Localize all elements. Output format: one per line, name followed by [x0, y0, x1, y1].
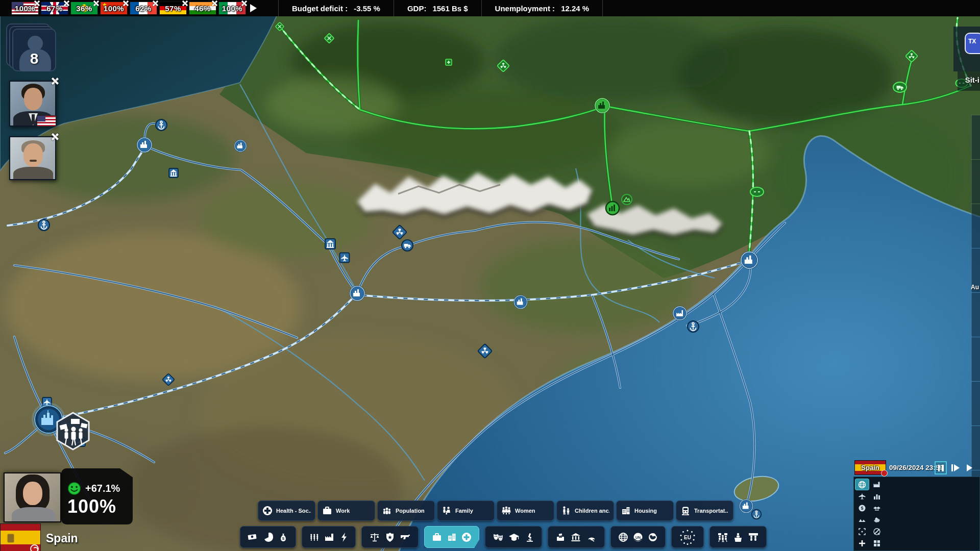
tab-label: Women	[515, 508, 535, 514]
unemployment-label: Unemployment :	[495, 4, 555, 13]
tab-housing[interactable]: Housing	[616, 500, 674, 521]
map-transport-node[interactable]	[402, 240, 413, 251]
map-city-node[interactable]	[235, 140, 246, 152]
world-map[interactable]	[0, 0, 980, 551]
group-social-selected[interactable]	[424, 526, 479, 548]
environment-globe-icon	[648, 532, 658, 542]
building-icon	[447, 532, 457, 542]
map-city-node[interactable]	[741, 252, 757, 268]
advisor-portrait-us[interactable]	[9, 81, 56, 127]
tab-label: Family	[455, 508, 473, 514]
play-speed-button[interactable]	[967, 461, 972, 474]
map-transport-node-green[interactable]	[893, 82, 906, 92]
government-bank-icon	[570, 532, 581, 542]
map-city-node[interactable]	[350, 286, 364, 300]
tab-transportation[interactable]: Transportat..	[676, 500, 733, 521]
popularity-panel: +67.1% 100%	[61, 468, 133, 524]
map-anchor-port[interactable]	[688, 321, 699, 332]
layer-globe-button[interactable]	[855, 479, 869, 490]
layer-diplomacy-button[interactable]	[870, 514, 884, 525]
group-justice-security[interactable]	[361, 526, 419, 548]
expand-flags-arrow-icon[interactable]	[250, 4, 257, 12]
tab-family[interactable]: Family	[437, 500, 495, 521]
map-anchor-port[interactable]	[38, 219, 50, 231]
map-stats-node-green[interactable]	[606, 202, 619, 215]
tab-children[interactable]: Children anc..	[556, 500, 614, 521]
map-monument[interactable]	[325, 239, 335, 249]
flag-brazil[interactable]: 36%	[70, 2, 98, 15]
layer-economy-button[interactable]: $	[855, 503, 869, 513]
tab-work[interactable]: Work	[317, 500, 375, 521]
close-icon[interactable]	[152, 0, 158, 6]
map-monument[interactable]	[169, 168, 178, 178]
add-button[interactable]	[855, 538, 869, 548]
layer-trade-button[interactable]	[870, 503, 884, 513]
flag-italy[interactable]: 100%	[218, 2, 246, 15]
country-button-spain[interactable]: Spain	[854, 460, 886, 475]
map-city-node[interactable]	[137, 138, 152, 152]
layer-transport-button[interactable]	[855, 491, 869, 502]
step-speed-button[interactable]	[951, 461, 960, 474]
graduation-cap-icon	[508, 532, 520, 542]
close-icon[interactable]	[241, 0, 247, 6]
flag-india[interactable]: 46%	[189, 2, 216, 15]
map-mountain-node-green[interactable]	[622, 194, 632, 205]
flag-france[interactable]: 62%	[130, 2, 157, 15]
layer-military-button[interactable]	[855, 514, 869, 525]
group-culture-research[interactable]	[485, 526, 542, 548]
player-portrait[interactable]	[4, 472, 61, 522]
grid-view-button[interactable]	[870, 538, 884, 548]
close-icon[interactable]	[93, 0, 99, 6]
map-anchor-port[interactable]	[752, 510, 762, 519]
close-icon[interactable]	[51, 133, 59, 140]
group-institutions-media[interactable]	[548, 526, 605, 548]
close-icon[interactable]	[122, 0, 129, 6]
portrait-mustache	[30, 160, 37, 162]
draw-tool-button[interactable]	[870, 526, 884, 537]
pending-cards-stack[interactable]: 8	[12, 29, 57, 72]
close-icon[interactable]	[182, 0, 188, 6]
gdp-label: GDP:	[407, 4, 427, 13]
chat-bubble-icon[interactable]: TX	[965, 33, 980, 54]
map-city-node[interactable]	[514, 295, 527, 308]
close-icon[interactable]	[34, 0, 40, 6]
frame-select-button[interactable]	[855, 526, 869, 537]
svg-text:$: $	[861, 506, 863, 511]
map-factory-node[interactable]	[673, 307, 687, 320]
globe-icon	[618, 532, 628, 542]
flag-usa[interactable]: 100%	[11, 2, 39, 15]
briefcase-icon	[322, 506, 332, 516]
flag-germany[interactable]: 57%	[159, 2, 187, 15]
map-city-node[interactable]	[740, 499, 752, 512]
notification-badge-icon[interactable]	[30, 544, 39, 551]
police-badge-icon	[385, 532, 395, 542]
economy-stats: Budget deficit : -3.55 % GDP: 1561 Bs $ …	[278, 0, 603, 16]
group-european-union[interactable]: EU	[671, 526, 704, 548]
portrait-face	[24, 88, 42, 110]
layer-statistics-button[interactable]	[870, 491, 884, 502]
group-foreign-affairs[interactable]: UN	[610, 526, 666, 548]
map-plus-green[interactable]	[446, 59, 452, 65]
close-icon[interactable]	[51, 77, 59, 85]
close-icon[interactable]	[63, 0, 69, 6]
building-icon	[621, 506, 631, 516]
tab-health-social[interactable]: Health - Soc..	[258, 500, 315, 521]
map-anchor-port[interactable]	[156, 119, 167, 131]
group-industry-energy[interactable]	[302, 526, 356, 548]
situation-label[interactable]: Sit-i	[965, 76, 979, 84]
group-social-movements[interactable]	[709, 526, 767, 548]
flag-uk[interactable]: 67%	[41, 2, 68, 15]
tab-label: Health - Soc..	[276, 508, 311, 514]
spain-flag[interactable]	[0, 523, 41, 551]
map-city-node-green[interactable]	[595, 98, 609, 113]
flag-china[interactable]: 100%	[100, 2, 128, 15]
pause-button[interactable]	[935, 461, 947, 474]
close-icon[interactable]	[211, 0, 217, 6]
tab-women[interactable]: Women	[497, 500, 554, 521]
advisor-portrait[interactable]	[9, 136, 56, 180]
map-rail-node-green[interactable]	[750, 187, 764, 196]
map-airport[interactable]	[340, 253, 350, 263]
tab-population[interactable]: Population	[377, 500, 435, 521]
group-economy-budget[interactable]: $	[240, 526, 296, 548]
layer-industry-button[interactable]	[870, 479, 884, 490]
